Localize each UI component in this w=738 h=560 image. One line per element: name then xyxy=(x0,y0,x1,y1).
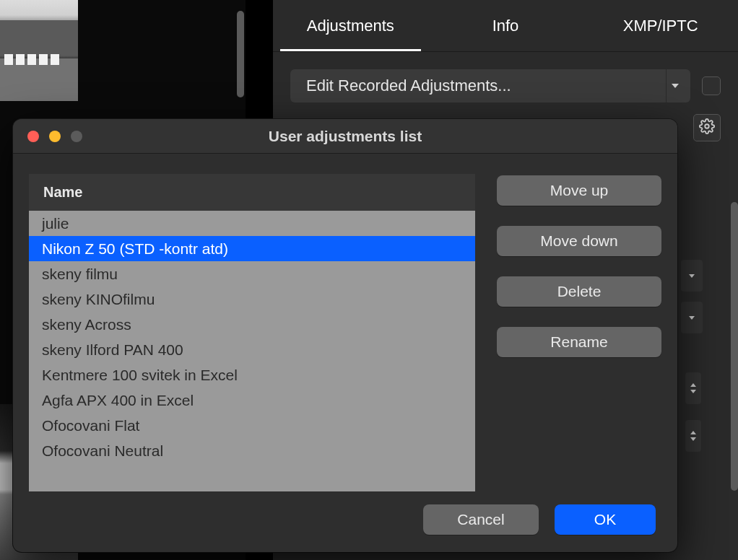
scrollbar-thumb[interactable] xyxy=(237,11,244,97)
settings-button[interactable] xyxy=(693,114,721,141)
tab-adjustments[interactable]: Adjustments xyxy=(273,0,428,51)
adjustments-list-container: Name julieNikon Z 50 (STD -kontr atd)ske… xyxy=(29,174,475,491)
list-item[interactable]: julie xyxy=(29,211,475,236)
move-up-button[interactable]: Move up xyxy=(497,175,661,206)
delete-button[interactable]: Delete xyxy=(497,276,661,307)
move-down-button[interactable]: Move down xyxy=(497,226,661,256)
tab-label: Info xyxy=(492,17,519,35)
tab-info[interactable]: Info xyxy=(428,0,583,51)
svg-point-0 xyxy=(705,124,709,128)
window-controls xyxy=(27,131,82,142)
checkbox[interactable] xyxy=(702,76,721,95)
list-item[interactable]: skeny filmu xyxy=(29,261,475,286)
maximize-icon[interactable] xyxy=(71,131,82,142)
tab-label: Adjustments xyxy=(307,17,394,35)
list-item[interactable]: skeny Across xyxy=(29,312,475,337)
side-button-group: Move up Move down Delete Rename xyxy=(497,174,661,491)
tab-label: XMP/IPTC xyxy=(623,17,698,35)
button-label: Move down xyxy=(540,232,617,250)
list-item[interactable]: Ofocovani Flat xyxy=(29,413,475,438)
thumbnail-image[interactable] xyxy=(0,0,78,101)
scrollbar-thumb[interactable] xyxy=(731,202,738,491)
button-label: Cancel xyxy=(457,511,504,528)
stepper-partial[interactable] xyxy=(685,420,701,452)
dialog-footer: Cancel OK xyxy=(13,491,677,552)
edit-recorded-dropdown[interactable]: Edit Recorded Adjustments... xyxy=(290,69,690,102)
list-column-header[interactable]: Name xyxy=(29,174,475,211)
edit-recorded-row: Edit Recorded Adjustments... xyxy=(273,52,738,102)
chevron-down-icon xyxy=(666,69,683,102)
dialog-titlebar[interactable]: User adjustments list xyxy=(13,119,677,154)
dropdown-partial[interactable] xyxy=(681,302,703,333)
dropdown-label: Edit Recorded Adjustments... xyxy=(306,76,511,95)
button-label: Delete xyxy=(557,283,602,300)
stepper-partial[interactable] xyxy=(685,372,701,404)
list-item[interactable]: Ofocovani Neutral xyxy=(29,438,475,463)
partial-controls xyxy=(681,260,703,534)
user-adjustments-dialog: User adjustments list Name julieNikon Z … xyxy=(13,119,677,552)
list-item[interactable]: skeny KINOfilmu xyxy=(29,286,475,312)
button-label: OK xyxy=(594,511,616,528)
tab-xmp-iptc[interactable]: XMP/IPTC xyxy=(583,0,738,51)
list-item[interactable]: Agfa APX 400 in Excel xyxy=(29,388,475,413)
button-label: Rename xyxy=(550,333,607,351)
list-item[interactable]: skeny Ilford PAN 400 xyxy=(29,337,475,362)
dropdown-partial[interactable] xyxy=(681,260,703,292)
list-item[interactable]: Kentmere 100 svitek in Excel xyxy=(29,362,475,388)
dialog-title: User adjustments list xyxy=(13,128,677,145)
minimize-icon[interactable] xyxy=(49,131,61,142)
button-label: Move up xyxy=(550,182,609,199)
cancel-button[interactable]: Cancel xyxy=(423,504,539,535)
tab-bar: Adjustments Info XMP/IPTC xyxy=(273,0,738,52)
rename-button[interactable]: Rename xyxy=(497,327,661,357)
list-item[interactable]: Nikon Z 50 (STD -kontr atd) xyxy=(29,236,475,261)
gear-icon xyxy=(699,118,715,138)
close-icon[interactable] xyxy=(27,131,39,142)
ok-button[interactable]: OK xyxy=(555,504,656,535)
adjustments-list[interactable]: julieNikon Z 50 (STD -kontr atd)skeny fi… xyxy=(29,211,475,491)
